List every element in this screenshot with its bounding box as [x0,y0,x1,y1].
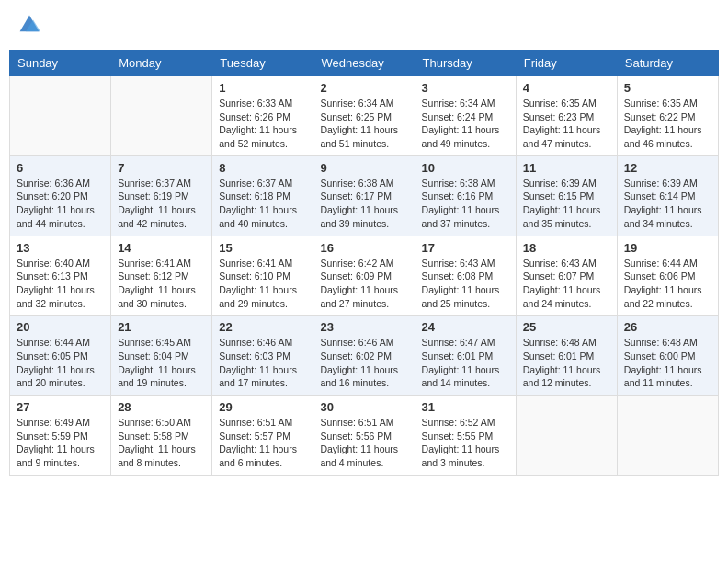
calendar-day-cell: 30Sunrise: 6:51 AM Sunset: 5:56 PM Dayli… [313,396,415,476]
day-info: Sunrise: 6:52 AM Sunset: 5:55 PM Dayligh… [422,416,509,470]
calendar-day-cell: 11Sunrise: 6:39 AM Sunset: 6:15 PM Dayli… [516,155,617,236]
day-info: Sunrise: 6:44 AM Sunset: 6:05 PM Dayligh… [17,336,104,390]
day-number: 19 [624,241,711,255]
calendar-day-cell: 10Sunrise: 6:38 AM Sunset: 6:16 PM Dayli… [415,155,516,236]
day-number: 9 [320,161,407,175]
day-of-week-header: Sunday [10,51,111,76]
calendar-day-cell: 17Sunrise: 6:43 AM Sunset: 6:08 PM Dayli… [415,236,516,316]
day-number: 13 [17,241,104,255]
day-number: 20 [17,320,104,334]
calendar-day-cell: 19Sunrise: 6:44 AM Sunset: 6:06 PM Dayli… [617,236,718,316]
day-info: Sunrise: 6:41 AM Sunset: 6:10 PM Dayligh… [219,257,306,311]
day-number: 14 [118,241,205,255]
day-info: Sunrise: 6:39 AM Sunset: 6:14 PM Dayligh… [624,177,711,231]
calendar-day-cell: 1Sunrise: 6:33 AM Sunset: 6:26 PM Daylig… [212,76,313,156]
day-number: 28 [118,400,205,414]
calendar-week-row: 1Sunrise: 6:33 AM Sunset: 6:26 PM Daylig… [10,76,719,156]
day-info: Sunrise: 6:33 AM Sunset: 6:26 PM Dayligh… [219,97,306,151]
day-info: Sunrise: 6:43 AM Sunset: 6:08 PM Dayligh… [422,257,509,311]
day-info: Sunrise: 6:48 AM Sunset: 6:01 PM Dayligh… [523,336,610,390]
day-info: Sunrise: 6:42 AM Sunset: 6:09 PM Dayligh… [320,257,407,311]
calendar-day-cell: 9Sunrise: 6:38 AM Sunset: 6:17 PM Daylig… [313,155,415,236]
day-number: 24 [422,320,509,334]
calendar-day-cell [617,396,718,476]
calendar-header-row: SundayMondayTuesdayWednesdayThursdayFrid… [10,51,719,76]
day-number: 11 [523,161,610,175]
calendar-day-cell: 26Sunrise: 6:48 AM Sunset: 6:00 PM Dayli… [617,316,718,396]
day-info: Sunrise: 6:34 AM Sunset: 6:25 PM Dayligh… [320,97,407,151]
day-number: 5 [624,81,711,95]
calendar-day-cell: 7Sunrise: 6:37 AM Sunset: 6:19 PM Daylig… [111,155,212,236]
calendar-day-cell: 31Sunrise: 6:52 AM Sunset: 5:55 PM Dayli… [415,396,516,476]
day-info: Sunrise: 6:39 AM Sunset: 6:15 PM Dayligh… [523,177,610,231]
calendar-table: SundayMondayTuesdayWednesdayThursdayFrid… [9,50,719,476]
calendar-day-cell: 13Sunrise: 6:40 AM Sunset: 6:13 PM Dayli… [10,236,111,316]
day-number: 16 [320,241,407,255]
calendar-day-cell: 18Sunrise: 6:43 AM Sunset: 6:07 PM Dayli… [516,236,617,316]
calendar-day-cell: 4Sunrise: 6:35 AM Sunset: 6:23 PM Daylig… [516,76,617,156]
day-info: Sunrise: 6:46 AM Sunset: 6:03 PM Dayligh… [219,336,306,390]
day-info: Sunrise: 6:44 AM Sunset: 6:06 PM Dayligh… [624,257,711,311]
day-number: 15 [219,241,306,255]
day-info: Sunrise: 6:48 AM Sunset: 6:00 PM Dayligh… [624,336,711,390]
day-number: 29 [219,400,306,414]
day-number: 17 [422,241,509,255]
calendar-day-cell: 25Sunrise: 6:48 AM Sunset: 6:01 PM Dayli… [516,316,617,396]
calendar-day-cell: 16Sunrise: 6:42 AM Sunset: 6:09 PM Dayli… [313,236,415,316]
day-info: Sunrise: 6:50 AM Sunset: 5:58 PM Dayligh… [118,416,205,470]
calendar-day-cell: 29Sunrise: 6:51 AM Sunset: 5:57 PM Dayli… [212,396,313,476]
day-of-week-header: Friday [516,51,617,76]
day-number: 22 [219,320,306,334]
calendar-day-cell [516,396,617,476]
day-of-week-header: Wednesday [313,51,415,76]
day-info: Sunrise: 6:34 AM Sunset: 6:24 PM Dayligh… [422,97,509,151]
day-info: Sunrise: 6:51 AM Sunset: 5:57 PM Dayligh… [219,416,306,470]
day-info: Sunrise: 6:49 AM Sunset: 5:59 PM Dayligh… [17,416,104,470]
day-info: Sunrise: 6:37 AM Sunset: 6:19 PM Dayligh… [118,177,205,231]
day-number: 1 [219,81,306,95]
day-number: 25 [523,320,610,334]
logo-icon [18,14,40,36]
calendar-day-cell [10,76,111,156]
day-info: Sunrise: 6:38 AM Sunset: 6:17 PM Dayligh… [320,177,407,231]
day-number: 7 [118,161,205,175]
calendar-day-cell: 14Sunrise: 6:41 AM Sunset: 6:12 PM Dayli… [111,236,212,316]
calendar-day-cell: 27Sunrise: 6:49 AM Sunset: 5:59 PM Dayli… [10,396,111,476]
day-info: Sunrise: 6:37 AM Sunset: 6:18 PM Dayligh… [219,177,306,231]
day-info: Sunrise: 6:36 AM Sunset: 6:20 PM Dayligh… [17,177,104,231]
day-info: Sunrise: 6:41 AM Sunset: 6:12 PM Dayligh… [118,257,205,311]
calendar-day-cell: 3Sunrise: 6:34 AM Sunset: 6:24 PM Daylig… [415,76,516,156]
day-info: Sunrise: 6:40 AM Sunset: 6:13 PM Dayligh… [17,257,104,311]
day-of-week-header: Thursday [415,51,516,76]
day-of-week-header: Saturday [617,51,718,76]
calendar-day-cell: 5Sunrise: 6:35 AM Sunset: 6:22 PM Daylig… [617,76,718,156]
day-number: 30 [320,400,407,414]
day-number: 23 [320,320,407,334]
day-number: 4 [523,81,610,95]
calendar-day-cell: 28Sunrise: 6:50 AM Sunset: 5:58 PM Dayli… [111,396,212,476]
day-number: 6 [17,161,104,175]
day-info: Sunrise: 6:47 AM Sunset: 6:01 PM Dayligh… [422,336,509,390]
calendar-day-cell: 21Sunrise: 6:45 AM Sunset: 6:04 PM Dayli… [111,316,212,396]
day-info: Sunrise: 6:51 AM Sunset: 5:56 PM Dayligh… [320,416,407,470]
calendar-day-cell: 24Sunrise: 6:47 AM Sunset: 6:01 PM Dayli… [415,316,516,396]
day-info: Sunrise: 6:45 AM Sunset: 6:04 PM Dayligh… [118,336,205,390]
page-header [9,9,719,40]
calendar-week-row: 20Sunrise: 6:44 AM Sunset: 6:05 PM Dayli… [10,316,719,396]
day-number: 27 [17,400,104,414]
calendar-day-cell: 6Sunrise: 6:36 AM Sunset: 6:20 PM Daylig… [10,155,111,236]
day-of-week-header: Tuesday [212,51,313,76]
day-info: Sunrise: 6:35 AM Sunset: 6:22 PM Dayligh… [624,97,711,151]
day-number: 21 [118,320,205,334]
day-info: Sunrise: 6:35 AM Sunset: 6:23 PM Dayligh… [523,97,610,151]
calendar-week-row: 6Sunrise: 6:36 AM Sunset: 6:20 PM Daylig… [10,155,719,236]
calendar-day-cell: 2Sunrise: 6:34 AM Sunset: 6:25 PM Daylig… [313,76,415,156]
calendar-week-row: 27Sunrise: 6:49 AM Sunset: 5:59 PM Dayli… [10,396,719,476]
day-number: 31 [422,400,509,414]
calendar-day-cell [111,76,212,156]
day-info: Sunrise: 6:38 AM Sunset: 6:16 PM Dayligh… [422,177,509,231]
day-number: 3 [422,81,509,95]
day-info: Sunrise: 6:46 AM Sunset: 6:02 PM Dayligh… [320,336,407,390]
day-number: 18 [523,241,610,255]
calendar-day-cell: 15Sunrise: 6:41 AM Sunset: 6:10 PM Dayli… [212,236,313,316]
